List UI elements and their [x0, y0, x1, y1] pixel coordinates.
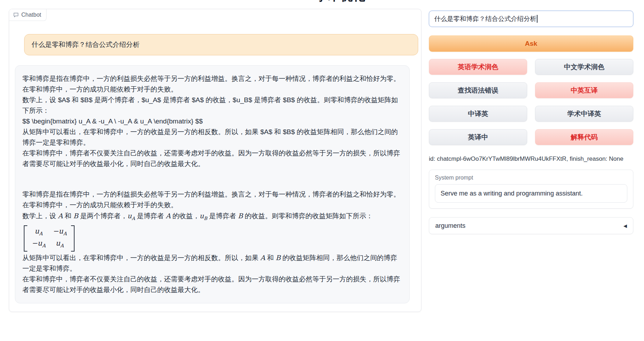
btn-chinese-academic-polish[interactable]: 中文学术润色: [535, 59, 633, 75]
chat-bubble-icon: [13, 12, 19, 18]
btn-zh-en-mutual-translate[interactable]: 中英互译: [535, 82, 633, 98]
arguments-accordion[interactable]: arguments ◀: [429, 217, 633, 234]
btn-zh-to-en[interactable]: 中译英: [429, 106, 527, 122]
control-column: 什么是零和博弈？结合公式介绍分析 Ask 英语学术润色 中文学术润色 查找语法错…: [429, 11, 633, 234]
matrix-right-bracket: [71, 225, 75, 252]
system-prompt-input[interactable]: Serve me as a writing and programming as…: [435, 184, 627, 203]
paragraph-gap: [22, 169, 402, 189]
bot-message: 零和博弈是指在博弈中，一方的利益损失必然等于另一方的利益增益。换言之，对于每一种…: [15, 65, 410, 303]
payoff-matrix: uA−uA−uAuA: [24, 225, 75, 252]
query-input[interactable]: 什么是零和博弈？结合公式介绍分析: [429, 11, 633, 27]
btn-explain-code[interactable]: 解释代码: [535, 129, 633, 145]
user-message: 什么是零和博弈？结合公式介绍分析: [24, 34, 418, 55]
page-title-partial: 学术优化: [314, 0, 367, 3]
system-prompt-value: Serve me as a writing and programming as…: [441, 190, 583, 197]
response-status-line: id: chatcmpl-6wOo7KrYTwMl89lbrMWRu4UkFFX…: [429, 155, 633, 163]
system-prompt-card: System prompt Serve me as a writing and …: [429, 170, 633, 209]
query-input-value: 什么是零和博弈？结合公式介绍分析: [434, 15, 536, 23]
accordion-collapsed-arrow-icon: ◀: [623, 224, 627, 228]
bot-rendered-outro-text: 从矩阵中可以看出，在零和博弈中，一方的收益是另一方的相反数。所以，如果 A 和 …: [22, 252, 402, 295]
ask-button[interactable]: Ask: [429, 35, 633, 52]
text-cursor: [537, 15, 537, 23]
arguments-accordion-label: arguments: [435, 222, 465, 230]
btn-find-grammar-errors[interactable]: 查找语法错误: [429, 82, 527, 98]
chatbot-component-label: Chatbot: [9, 9, 47, 21]
chat-scroll-area[interactable]: 什么是零和博弈？结合公式介绍分析 零和博弈是指在博弈中，一方的利益损失必然等于另…: [9, 23, 421, 312]
btn-english-academic-polish[interactable]: 英语学术润色: [429, 59, 527, 75]
bot-raw-latex-text: 零和博弈是指在博弈中，一方的利益损失必然等于另一方的利益增益。换言之，对于每一种…: [22, 73, 402, 169]
matrix-left-bracket: [24, 225, 27, 252]
chatbot-label-text: Chatbot: [21, 12, 41, 18]
quick-actions-grid: 英语学术润色 中文学术润色 查找语法错误 中英互译 中译英 学术中译英 英译中 …: [429, 59, 633, 145]
matrix-cells: uA−uA−uAuA: [27, 225, 71, 252]
btn-academic-zh-to-en[interactable]: 学术中译英: [535, 106, 633, 122]
system-prompt-label: System prompt: [435, 175, 627, 181]
btn-en-to-zh[interactable]: 英译中: [429, 129, 527, 145]
user-message-text: 什么是零和博弈？结合公式介绍分析: [32, 41, 140, 48]
chatbot-panel: Chatbot 什么是零和博弈？结合公式介绍分析 零和博弈是指在博弈中，一方的利…: [9, 9, 421, 312]
bot-rendered-intro-text: 零和博弈是指在博弈中，一方的利益损失必然等于另一方的利益增益。换言之，对于每一种…: [22, 189, 402, 224]
